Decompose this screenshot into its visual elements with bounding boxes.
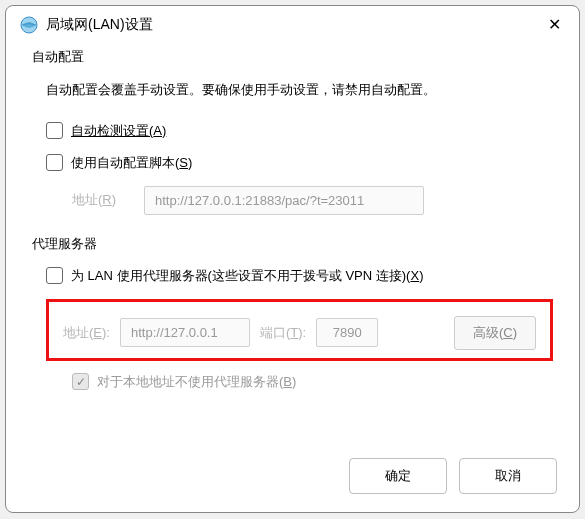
use-proxy-checkbox[interactable] <box>46 267 63 284</box>
use-proxy-label: 为 LAN 使用代理服务器(这些设置不用于拨号或 VPN 连接)(X) <box>71 267 423 285</box>
proxy-port-input <box>316 318 378 347</box>
use-script-label: 使用自动配置脚本(S) <box>71 154 192 172</box>
lan-settings-dialog: 局域网(LAN)设置 ✕ 自动配置 自动配置会覆盖手动设置。要确保使用手动设置，… <box>5 5 580 513</box>
cancel-button[interactable]: 取消 <box>459 458 557 494</box>
proxy-address-label: 地址(E): <box>63 324 110 342</box>
advanced-button[interactable]: 高级(C) <box>454 316 536 350</box>
script-address-label: 地址(R) <box>72 191 126 209</box>
auto-config-description: 自动配置会覆盖手动设置。要确保使用手动设置，请禁用自动配置。 <box>46 80 553 100</box>
proxy-port-label: 端口(T): <box>260 324 306 342</box>
bypass-local-checkbox <box>72 373 89 390</box>
use-script-checkbox[interactable] <box>46 154 63 171</box>
dialog-footer: 确定 取消 <box>6 444 579 512</box>
internet-options-icon <box>20 16 38 34</box>
use-proxy-row[interactable]: 为 LAN 使用代理服务器(这些设置不用于拨号或 VPN 连接)(X) <box>46 267 553 285</box>
ok-button[interactable]: 确定 <box>349 458 447 494</box>
proxy-group: 代理服务器 为 LAN 使用代理服务器(这些设置不用于拨号或 VPN 连接)(X… <box>32 235 553 391</box>
auto-detect-label: 自动检测设置(A) <box>71 122 166 140</box>
proxy-address-input <box>120 318 250 347</box>
bypass-local-row: 对于本地地址不使用代理服务器(B) <box>72 373 553 391</box>
auto-detect-checkbox[interactable] <box>46 122 63 139</box>
auto-config-legend: 自动配置 <box>32 48 553 66</box>
bypass-local-label: 对于本地地址不使用代理服务器(B) <box>97 373 296 391</box>
proxy-highlight-box: 地址(E): 端口(T): 高级(C) <box>46 299 553 361</box>
close-icon[interactable]: ✕ <box>544 17 565 33</box>
proxy-address-row: 地址(E): 端口(T): 高级(C) <box>63 316 536 350</box>
proxy-legend: 代理服务器 <box>32 235 553 253</box>
titlebar: 局域网(LAN)设置 ✕ <box>6 6 579 42</box>
script-address-row: 地址(R) <box>72 186 553 215</box>
script-address-input <box>144 186 424 215</box>
dialog-body: 自动配置 自动配置会覆盖手动设置。要确保使用手动设置，请禁用自动配置。 自动检测… <box>6 42 579 444</box>
auto-detect-row[interactable]: 自动检测设置(A) <box>46 122 553 140</box>
auto-config-group: 自动配置 自动配置会覆盖手动设置。要确保使用手动设置，请禁用自动配置。 自动检测… <box>32 48 553 215</box>
use-script-row[interactable]: 使用自动配置脚本(S) <box>46 154 553 172</box>
dialog-title: 局域网(LAN)设置 <box>46 16 544 34</box>
